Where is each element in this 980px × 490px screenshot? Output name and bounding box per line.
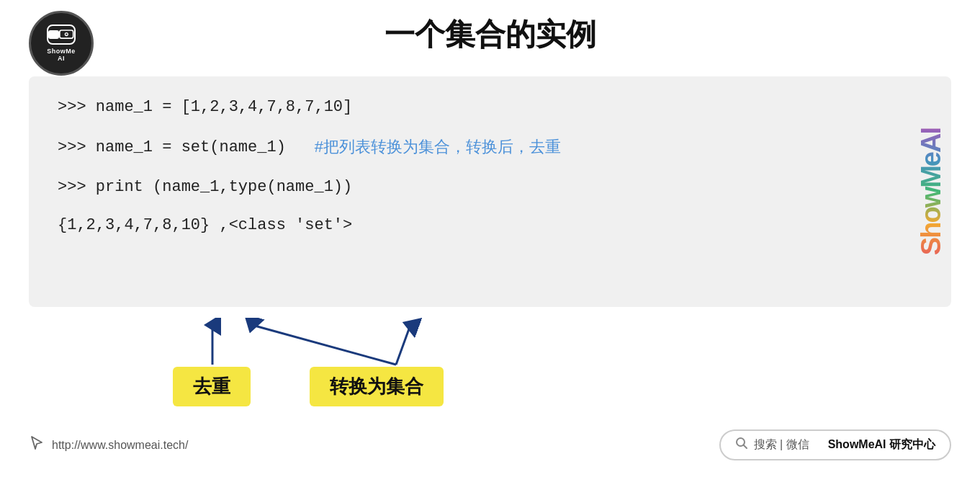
watermark-text: ShowMeAI (916, 128, 947, 255)
url-text: http://www.showmeai.tech/ (52, 439, 188, 452)
label-dedup: 去重 (173, 367, 251, 406)
label-convert: 转换为集合 (310, 367, 444, 406)
annotations-area: 去重 转换为集合 (29, 318, 951, 419)
code-text-2: >>> name_1 = set(name_1) (58, 138, 286, 156)
watermark: ShowMeAI (912, 76, 951, 307)
code-comment-2: #把列表转换为集合，转换后，去重 (315, 136, 561, 158)
arrows-svg (29, 318, 951, 419)
url-area: http://www.showmeai.tech/ (29, 435, 188, 455)
search-box[interactable]: 搜索 | 微信 ShowMeAI 研究中心 (719, 429, 951, 460)
search-brand-text: ShowMeAI 研究中心 (828, 437, 935, 453)
logo-subtext: AI (58, 55, 65, 62)
search-placeholder-text: 搜索 | 微信 (754, 437, 809, 453)
code-line-1: >>> name_1 = [1,2,3,4,7,8,7,10] (58, 98, 922, 116)
code-output: {1,2,3,4,7,8,10} ,<class 'set'> (58, 216, 352, 234)
svg-line-6 (252, 325, 396, 365)
page-title: 一个集合的实例 (385, 14, 596, 55)
code-text-1: >>> name_1 = [1,2,3,4,7,8,7,10] (58, 98, 352, 116)
code-line-2: >>> name_1 = set(name_1) #把列表转换为集合，转换后，去… (58, 136, 922, 158)
code-text-3: >>> print (name_1,type(name_1)) (58, 178, 352, 196)
logo-icon (47, 24, 76, 45)
search-icon (735, 437, 748, 453)
logo-text: ShowMe (47, 48, 76, 55)
svg-line-9 (743, 445, 747, 449)
svg-point-2 (66, 33, 68, 35)
code-line-3: >>> print (name_1,type(name_1)) (58, 178, 922, 196)
logo: ShowMe AI (29, 11, 94, 76)
cursor-icon (29, 435, 45, 455)
svg-line-7 (396, 325, 410, 365)
code-block: >>> name_1 = [1,2,3,4,7,8,7,10] >>> name… (29, 76, 951, 307)
code-line-4: {1,2,3,4,7,8,10} ,<class 'set'> (58, 216, 922, 234)
bottom-bar: http://www.showmeai.tech/ 搜索 | 微信 ShowMe… (0, 422, 980, 468)
